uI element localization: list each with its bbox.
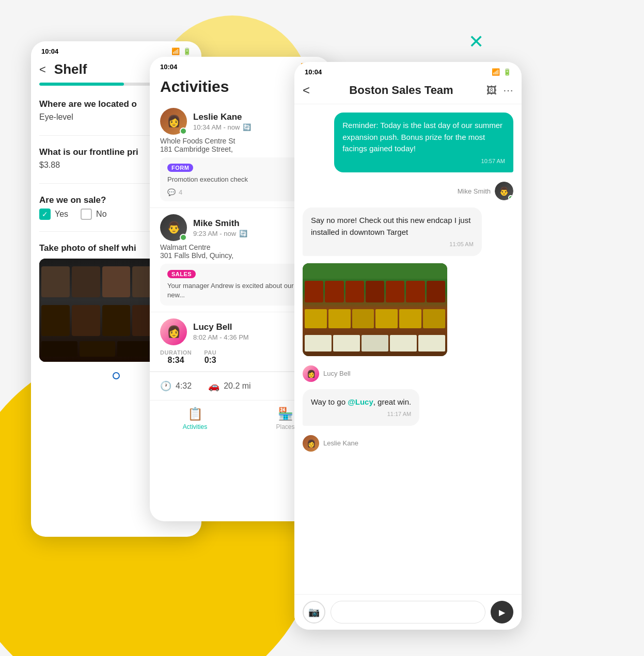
outgoing-text: Reminder: Today is the last day of our s… bbox=[342, 121, 502, 153]
chat-header-icons: 🖼 ⋯ bbox=[486, 84, 513, 97]
lucy-duration-stat: DURATION 8:34 bbox=[160, 349, 192, 365]
chat-header: < Boston Sales Team 🖼 ⋯ bbox=[294, 79, 522, 104]
chat-message-input[interactable] bbox=[331, 601, 485, 623]
activities-nav-label: Activities bbox=[183, 423, 207, 430]
chat-more-icon[interactable]: ⋯ bbox=[503, 84, 513, 97]
lucy-avatar-img: 👩 bbox=[160, 318, 187, 345]
way-to-go-group: Way to go @Lucy, great win. 11:17 AM bbox=[303, 389, 513, 426]
chat-send-button[interactable]: ▶ bbox=[491, 601, 513, 623]
shelf-yes-option[interactable]: ✓ Yes bbox=[39, 209, 68, 220]
chat-shelf-image[interactable] bbox=[303, 263, 447, 356]
leslie-receiver-name: Leslie Kane bbox=[323, 439, 358, 447]
chat-phone-card: 10:04 📶 🔋 < Boston Sales Team 🖼 ⋯ Remind… bbox=[294, 62, 522, 630]
outgoing-time: 10:57 AM bbox=[342, 157, 505, 166]
mike-incoming-text: Say no more! Check out this new endcap I… bbox=[311, 216, 470, 236]
mike-sender-row: Mike Smith 👨 bbox=[303, 182, 513, 200]
comment-icon: 💬 bbox=[167, 188, 176, 196]
clock-icon: 🕐 bbox=[160, 380, 171, 392]
lucy-receiver-name: Lucy Bell bbox=[323, 370, 351, 377]
leslie-chat-avatar: 👩 bbox=[303, 435, 319, 452]
leslie-avatar: 👩 bbox=[160, 108, 187, 135]
close-icon[interactable]: ✕ bbox=[468, 31, 484, 53]
no-label: No bbox=[96, 210, 106, 219]
shelf-progress-fill bbox=[39, 83, 124, 86]
mike-form-text: Your manager Andrew is excited about our… bbox=[167, 281, 313, 300]
way-to-go-text: Way to go @Lucy, great win. bbox=[311, 397, 411, 406]
chat-status-bar: 10:04 📶 🔋 bbox=[294, 62, 522, 79]
chat-camera-button[interactable]: 📷 bbox=[303, 601, 325, 623]
leslie-online-indicator bbox=[180, 127, 187, 135]
bottom-home-dot[interactable] bbox=[113, 372, 120, 379]
lucy-receiver-row: 👩 Lucy Bell bbox=[303, 365, 513, 382]
distance-stat: 🚗 20.2 mi bbox=[208, 380, 250, 392]
shelf-no-option[interactable]: No bbox=[81, 209, 106, 220]
leslie-sync-icon: 🔄 bbox=[243, 123, 251, 131]
chat-input-bar: 📷 ▶ bbox=[294, 594, 522, 630]
camera-icon: 📷 bbox=[308, 606, 320, 618]
chat-photo-icon[interactable]: 🖼 bbox=[486, 85, 497, 97]
mike-incoming-time: 11:05 AM bbox=[311, 240, 474, 249]
lucy-chat-avatar: 👩 bbox=[303, 365, 319, 382]
chat-messages: Reminder: Today is the last day of our s… bbox=[294, 104, 522, 630]
yes-checkbox[interactable]: ✓ bbox=[39, 209, 51, 220]
no-checkbox[interactable] bbox=[81, 209, 92, 220]
shelf-time: 10:04 bbox=[41, 47, 58, 55]
yes-label: Yes bbox=[55, 210, 68, 219]
outgoing-message-group: Reminder: Today is the last day of our s… bbox=[303, 113, 513, 172]
nav-activities[interactable]: 📋 Activities bbox=[150, 407, 240, 430]
leslie-form-footer: 💬 4 bbox=[167, 188, 313, 196]
send-icon: ▶ bbox=[499, 607, 505, 617]
mike-sender-avatar: 👨 bbox=[495, 182, 513, 200]
mike-sales-badge: SALES bbox=[167, 270, 196, 278]
chat-time: 10:04 bbox=[305, 68, 322, 76]
outgoing-bubble: Reminder: Today is the last day of our s… bbox=[334, 113, 513, 172]
shelf-image-sim bbox=[303, 263, 447, 356]
chat-title: Boston Sales Team bbox=[316, 84, 486, 97]
chat-back-button[interactable]: < bbox=[303, 83, 310, 98]
chat-wifi-icon: 📶 bbox=[492, 68, 500, 76]
mike-avatar: 👨 bbox=[160, 214, 187, 241]
shelf-back-button[interactable]: < bbox=[39, 63, 46, 76]
chat-battery-icon: 🔋 bbox=[503, 68, 511, 76]
total-time: 4:32 bbox=[176, 381, 192, 391]
activities-nav-icon: 📋 bbox=[187, 407, 203, 421]
total-distance: 20.2 mi bbox=[224, 381, 250, 391]
mike-sync-icon: 🔄 bbox=[239, 230, 247, 237]
mike-incoming-group: Say no more! Check out this new endcap I… bbox=[303, 207, 513, 256]
mike-incoming-bubble: Say no more! Check out this new endcap I… bbox=[303, 207, 482, 256]
time-stat: 🕐 4:32 bbox=[160, 380, 192, 392]
mike-online-indicator bbox=[180, 234, 187, 241]
car-icon: 🚗 bbox=[208, 380, 219, 392]
mike-online-dot bbox=[508, 195, 513, 200]
mike-sender-name: Mike Smith bbox=[458, 187, 491, 195]
shelf-title: Shelf bbox=[54, 61, 87, 77]
chat-image-bubble bbox=[303, 263, 447, 356]
shelf-wifi-icon: 📶 bbox=[171, 47, 180, 55]
places-nav-icon: 🏪 bbox=[278, 407, 293, 421]
places-nav-label: Places bbox=[276, 423, 294, 430]
shelf-status-bar: 10:04 📶 🔋 bbox=[31, 41, 201, 58]
leslie-receiver-row: 👩 Leslie Kane bbox=[303, 435, 513, 452]
way-to-go-bubble: Way to go @Lucy, great win. 11:17 AM bbox=[303, 389, 419, 426]
leslie-form-badge: FORM bbox=[167, 164, 193, 172]
leslie-comment-count: 4 bbox=[179, 188, 182, 196]
shelf-battery-icon: 🔋 bbox=[183, 47, 191, 55]
lucy-pause-stat: PAU 0:3 bbox=[204, 349, 216, 365]
lucy-avatar: 👩 bbox=[160, 318, 187, 345]
activities-time: 10:04 bbox=[160, 63, 177, 71]
leslie-form-text: Promotion execution check bbox=[167, 175, 313, 184]
way-to-go-time: 11:17 AM bbox=[311, 410, 411, 419]
